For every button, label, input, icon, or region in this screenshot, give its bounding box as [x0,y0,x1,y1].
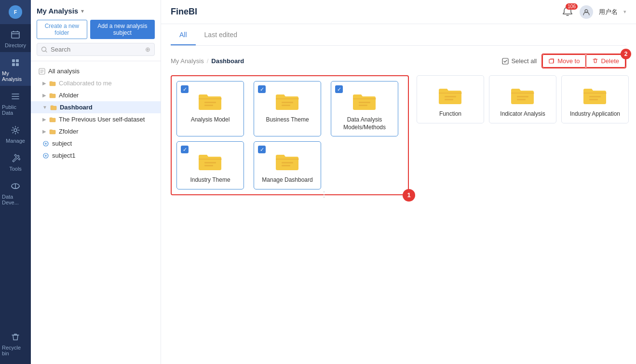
svg-rect-6 [16,63,19,66]
select-all-icon [502,58,509,65]
folder-card-analysis-model[interactable]: ✓ Analysis Model [176,81,244,136]
svg-rect-27 [445,99,453,100]
tree-label-subject: subject [52,140,72,147]
checkbox-analysis-model[interactable]: ✓ [181,85,189,93]
panel-header: My Analysis ▾ Create a new folder Add a … [31,0,161,61]
main-content: FineBI 106 用户名 ▾ All Last edited [161,0,636,364]
folder-label-indicator-analysis: Indicator Analysis [500,110,545,118]
tree-item-subject1[interactable]: subject1 [31,149,161,162]
sidebar-item-public-data[interactable]: Public Data [0,86,31,120]
checkbox-industry-theme[interactable]: ✓ [181,146,189,153]
folder-label-data-analysis: Data Analysis Models/Methods [336,116,393,131]
folder-svg-business-theme [274,91,301,112]
folder-label-manage-dashboard: Manage Dashboard [262,176,312,184]
create-folder-button[interactable]: Create a new folder [37,20,87,39]
move-to-button[interactable]: Move to [542,54,586,67]
unselected-group: Function Indicator [417,75,629,123]
tree-item-zfolder[interactable]: ▶ Zfolder [31,125,161,137]
svg-rect-25 [282,165,290,166]
svg-rect-5 [12,63,15,66]
tree-arrow-previous-user: ▶ [42,117,46,122]
tab-last-edited[interactable]: Last edited [196,24,246,45]
folder-label-function: Function [439,110,461,118]
notification-button[interactable]: 106 [562,6,574,18]
tree-label-zfolder: Zfolder [59,128,78,135]
tree-item-all-analysis[interactable]: All analysis [31,65,161,77]
resize-handle[interactable]: ⋮ [320,189,328,199]
tree-item-collaborated[interactable]: ▶ Collaborated to me [31,77,161,89]
folder-card-function[interactable]: Function [417,75,484,123]
unselected-row: Function Indicator [417,75,629,123]
topbar-left: FineBI [171,7,197,17]
breadcrumb-separator: / [207,57,209,65]
folder-svg-manage-dashboard [274,151,301,173]
checkbox-manage-dashboard[interactable]: ✓ [258,146,266,153]
tree-item-subject[interactable]: subject [31,137,161,149]
sidebar-item-data-deve-label: Data Deve... [2,194,29,205]
tree-item-afolder[interactable]: ▶ Afolder [31,89,161,101]
analysis-panel: My Analysis ▾ Create a new folder Add a … [31,0,161,364]
tree-label-previous-user: The Previous User self-dataset [59,116,145,123]
tree-label-subject1: subject1 [52,152,75,159]
folder-card-industry-theme[interactable]: ✓ Industry Theme [176,141,244,189]
folder-card-business-theme[interactable]: ✓ Business Theme [254,81,321,136]
svg-rect-3 [12,59,15,62]
tree-item-dashboard[interactable]: ▼ Dashboard [31,101,161,113]
user-dropdown-arrow[interactable]: ▾ [623,9,626,15]
content-area: All Last edited My Analysis / Dashboard … [161,24,636,364]
tree-area: All analysis ▶ Collaborated to me ▶ Afol… [31,61,161,364]
delete-button[interactable]: Delete [586,54,625,67]
breadcrumb: My Analysis / Dashboard [171,57,244,65]
user-name[interactable]: 用户名 [599,8,618,16]
breadcrumb-row: My Analysis / Dashboard Select all 2 Mov… [171,52,626,68]
svg-rect-2 [12,32,19,38]
sidebar-item-tools[interactable]: Tools [0,148,31,175]
user-avatar[interactable] [580,5,593,19]
folders-container: ✓ Analysis Model [171,75,626,195]
tree-item-previous-user[interactable]: ▶ The Previous User self-dataset [31,113,161,125]
sidebar-item-data-deve[interactable]: Data Deve... [0,175,31,209]
topbar: FineBI 106 用户名 ▾ [161,0,636,24]
folder-card-data-analysis[interactable]: ✓ Data Analysis Models/Methods [331,81,398,136]
checkbox-business-theme[interactable]: ✓ [258,85,266,93]
tabs-bar: All Last edited [171,24,626,46]
search-icon [41,46,48,53]
svg-rect-21 [359,105,367,106]
panel-title-chevron[interactable]: ▾ [81,8,84,14]
collab-folder-icon [49,80,56,87]
afolder-icon [49,92,56,99]
move-delete-toolbar: 2 Move to Delete [541,54,626,68]
all-analysis-icon [39,68,45,75]
sidebar-item-recycle[interactable]: Recycle bin [0,326,31,360]
sidebar-item-public-data-label: Public Data [2,104,29,116]
sidebar-item-directory[interactable]: Directory [0,24,31,52]
tree-arrow-zfolder: ▶ [42,129,46,134]
previous-folder-icon [49,116,56,123]
folder-card-indicator-analysis[interactable]: Indicator Analysis [489,75,556,123]
checkbox-data-analysis[interactable]: ✓ [335,85,343,93]
sidebar-item-manage[interactable]: Manage [0,120,31,148]
tab-all[interactable]: All [171,24,196,45]
folder-label-industry-application: Industry Application [570,110,620,118]
dashboard-folder-icon [50,104,57,111]
app-title: FineBI [171,7,197,17]
svg-rect-28 [517,96,528,97]
sidebar-item-manage-label: Manage [6,138,25,144]
sidebar-nav: F Directory My Analysis Public Data Mana… [0,0,31,364]
app-logo[interactable]: F [0,0,31,24]
search-row: ⊕ [37,43,155,56]
search-options-icon[interactable]: ⊕ [145,46,150,53]
breadcrumb-parent[interactable]: My Analysis [171,57,204,65]
svg-rect-18 [282,102,293,103]
selected-group: ✓ Analysis Model [171,75,409,195]
select-all-button[interactable]: Select all [502,57,537,65]
folder-svg-industry-theme [197,151,224,173]
add-subject-button[interactable]: Add a new analysis subject [90,20,155,39]
svg-rect-20 [359,102,370,103]
search-input[interactable] [51,46,142,53]
sidebar-item-my-analysis[interactable]: My Analysis [0,52,31,86]
svg-point-7 [14,129,17,132]
folder-card-manage-dashboard[interactable]: ✓ Manage Dashboard [254,141,321,189]
folder-card-industry-application[interactable]: Industry Application [561,75,629,123]
sidebar-item-tools-label: Tools [9,166,22,172]
